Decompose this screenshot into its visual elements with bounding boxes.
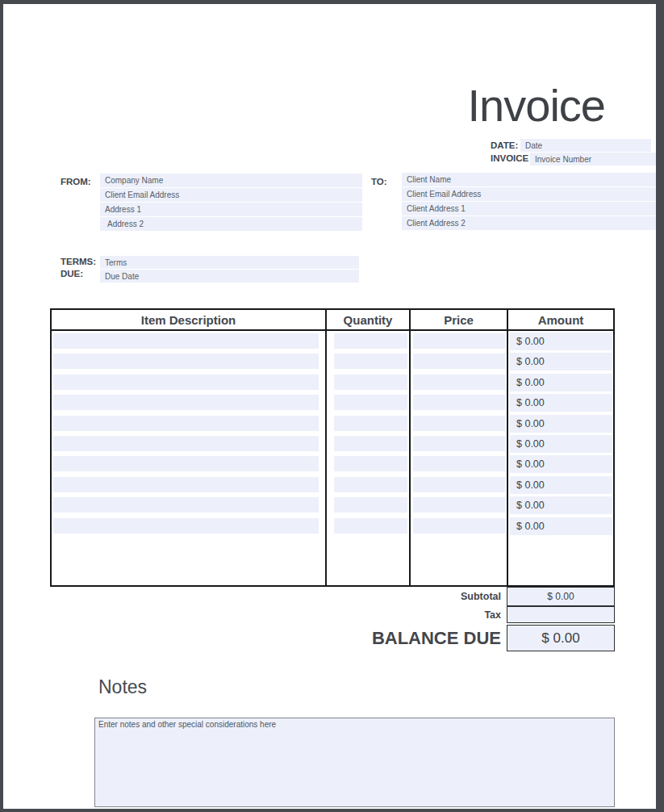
- amount-value: $ 0.00: [510, 415, 612, 433]
- date-label: DATE:: [491, 140, 518, 150]
- quantity-input[interactable]: [334, 518, 407, 534]
- from-company-name-input[interactable]: [100, 174, 362, 187]
- col-header-price: Price: [409, 310, 507, 331]
- from-address2-input[interactable]: [100, 217, 362, 231]
- quantity-input[interactable]: [334, 477, 407, 492]
- terms-label: TERMS:: [61, 257, 96, 266]
- to-label: TO:: [371, 177, 387, 186]
- amount-value: $ 0.00: [510, 517, 612, 535]
- amount-value: $ 0.00: [510, 435, 612, 453]
- due-date-input[interactable]: [100, 270, 359, 283]
- tax-input[interactable]: [507, 607, 614, 622]
- invoice-page: Invoice DATE: INVOICE FROM: TO: TERMS: D…: [3, 4, 656, 809]
- to-client-name-input[interactable]: [402, 173, 656, 186]
- item-description-input[interactable]: [53, 354, 319, 369]
- amount-value: $ 0.00: [510, 333, 612, 350]
- quantity-input[interactable]: [334, 416, 407, 431]
- item-description-input[interactable]: [53, 497, 319, 513]
- tax-label: Tax: [484, 606, 501, 623]
- amount-value: $ 0.00: [510, 455, 612, 473]
- invoice-number-input[interactable]: [530, 153, 656, 165]
- to-address1-input[interactable]: [402, 202, 656, 216]
- date-input[interactable]: [520, 139, 651, 152]
- page-title: Invoice: [468, 79, 605, 132]
- col-header-amount: Amount: [507, 310, 613, 331]
- quantity-input[interactable]: [334, 333, 407, 349]
- from-address1-input[interactable]: [100, 203, 362, 216]
- subtotal-label: Subtotal: [461, 587, 501, 606]
- item-description-input[interactable]: [53, 477, 319, 492]
- item-description-input[interactable]: [53, 416, 319, 431]
- item-description-input[interactable]: [53, 518, 319, 534]
- amount-value: $ 0.00: [510, 353, 612, 370]
- price-input[interactable]: [413, 375, 505, 390]
- price-input[interactable]: [413, 416, 505, 431]
- to-fields: [402, 173, 656, 231]
- balance-due-value: $ 0.00: [507, 625, 615, 651]
- from-email-input[interactable]: [100, 188, 362, 202]
- quantity-input[interactable]: [334, 354, 407, 369]
- item-description-input[interactable]: [53, 333, 319, 349]
- amount-value: $ 0.00: [510, 394, 612, 412]
- from-label: FROM:: [61, 177, 91, 186]
- amount-value: $ 0.00: [510, 476, 612, 494]
- price-input[interactable]: [413, 395, 505, 410]
- invoice-number-label: INVOICE: [491, 153, 528, 163]
- to-email-input[interactable]: [402, 187, 656, 201]
- quantity-input[interactable]: [334, 497, 407, 513]
- amount-value: $ 0.00: [510, 496, 612, 514]
- notes-textarea[interactable]: [94, 718, 615, 807]
- balance-due-label: BALANCE DUE: [372, 625, 501, 651]
- item-description-input[interactable]: [53, 456, 319, 471]
- due-label: DUE:: [61, 269, 83, 278]
- subtotal-value: $ 0.00: [507, 587, 615, 606]
- price-input[interactable]: [413, 333, 505, 349]
- terms-input[interactable]: [100, 256, 359, 269]
- item-description-input[interactable]: [53, 395, 319, 410]
- item-description-input[interactable]: [53, 375, 319, 390]
- quantity-input[interactable]: [334, 375, 407, 390]
- price-input[interactable]: [413, 436, 505, 451]
- price-input[interactable]: [413, 497, 505, 513]
- quantity-input[interactable]: [334, 456, 407, 471]
- quantity-input[interactable]: [334, 436, 407, 451]
- price-input[interactable]: [413, 518, 505, 534]
- amount-value: $ 0.00: [510, 374, 612, 391]
- tax-box: [507, 606, 615, 623]
- to-address2-input[interactable]: [402, 216, 656, 230]
- item-description-input[interactable]: [53, 436, 319, 451]
- col-header-quantity: Quantity: [325, 310, 409, 331]
- notes-heading: Notes: [98, 676, 147, 698]
- price-input[interactable]: [413, 354, 505, 369]
- price-input[interactable]: [413, 456, 505, 471]
- invoice-items-table: Item Description Quantity Price Amount $…: [50, 308, 615, 587]
- col-header-item-description: Item Description: [52, 310, 325, 331]
- from-fields: [100, 174, 362, 232]
- quantity-input[interactable]: [334, 395, 407, 410]
- price-input[interactable]: [413, 477, 505, 492]
